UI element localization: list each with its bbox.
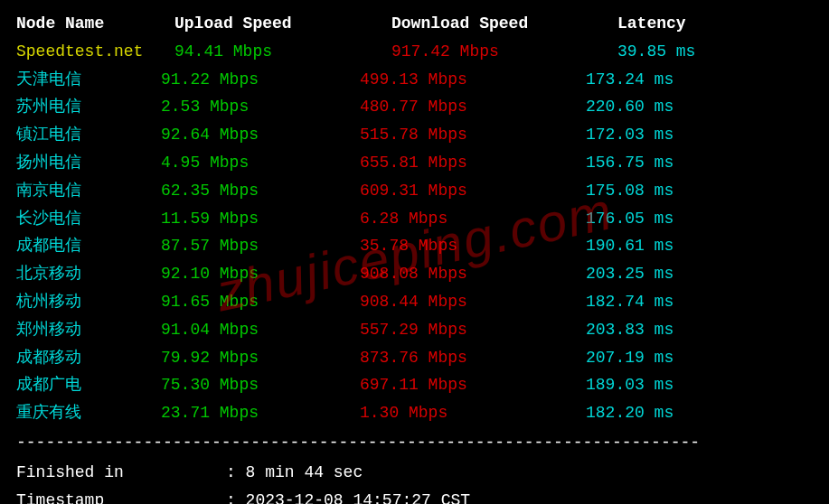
footer-finished-value: : 8 min 44 sec: [226, 460, 813, 486]
table-row: 杭州移动91.65 Mbps908.44 Mbps182.74 ms: [16, 289, 813, 315]
download-speed: 499.13 Mbps: [360, 67, 586, 93]
download-speed: 515.78 Mbps: [360, 122, 586, 148]
node-name: 扬州电信: [16, 150, 161, 176]
latency-value: 176.05 ms: [586, 206, 813, 232]
latency-value: 203.83 ms: [586, 317, 813, 343]
header-download: Download Speed: [391, 11, 617, 37]
latency-value: 207.19 ms: [586, 345, 813, 371]
table-row: 北京移动92.10 Mbps908.08 Mbps203.25 ms: [16, 261, 813, 287]
footer-finished-label: Finished in: [16, 460, 226, 486]
footer-timestamp-value: : 2023-12-08 14:57:27 CST: [226, 488, 813, 504]
upload-speed: 87.57 Mbps: [161, 233, 360, 259]
download-speed: 908.44 Mbps: [360, 289, 586, 315]
table-row: 南京电信62.35 Mbps609.31 Mbps175.08 ms: [16, 178, 813, 204]
footer-timestamp: Timestamp : 2023-12-08 14:57:27 CST: [16, 488, 813, 504]
latency-value: 172.03 ms: [586, 122, 813, 148]
upload-speed: 91.65 Mbps: [161, 289, 360, 315]
speedtest-row: Speedtest.net 94.41 Mbps 917.42 Mbps 39.…: [16, 39, 813, 65]
speedtest-latency: 39.85 ms: [617, 39, 813, 65]
table-row: 郑州移动91.04 Mbps557.29 Mbps203.83 ms: [16, 317, 813, 343]
upload-speed: 91.04 Mbps: [161, 317, 360, 343]
upload-speed: 11.59 Mbps: [161, 206, 360, 232]
table-row: 天津电信91.22 Mbps499.13 Mbps173.24 ms: [16, 67, 813, 93]
header-latency: Latency: [617, 11, 813, 37]
node-name: 北京移动: [16, 261, 161, 287]
download-speed: 480.77 Mbps: [360, 94, 586, 120]
download-speed: 873.76 Mbps: [360, 345, 586, 371]
upload-speed: 92.64 Mbps: [161, 122, 360, 148]
table-row: 扬州电信4.95 Mbps655.81 Mbps156.75 ms: [16, 150, 813, 176]
header-upload: Upload Speed: [174, 11, 391, 37]
separator-line-1: ----------------------------------------…: [16, 430, 813, 456]
node-name: 长沙电信: [16, 206, 161, 232]
node-name: 成都广电: [16, 372, 161, 398]
header-node: Node Name: [16, 11, 174, 37]
upload-speed: 62.35 Mbps: [161, 178, 360, 204]
node-name: 成都移动: [16, 345, 161, 371]
upload-speed: 2.53 Mbps: [161, 94, 360, 120]
upload-speed: 23.71 Mbps: [161, 400, 360, 426]
table-row: 苏州电信2.53 Mbps480.77 Mbps220.60 ms: [16, 94, 813, 120]
node-name: 重庆有线: [16, 400, 161, 426]
node-name: 成都电信: [16, 233, 161, 259]
node-name: 镇江电信: [16, 122, 161, 148]
download-speed: 655.81 Mbps: [360, 150, 586, 176]
speedtest-download: 917.42 Mbps: [391, 39, 617, 65]
latency-value: 203.25 ms: [586, 261, 813, 287]
latency-value: 175.08 ms: [586, 178, 813, 204]
download-speed: 35.78 Mbps: [360, 233, 586, 259]
table-row: 长沙电信11.59 Mbps6.28 Mbps176.05 ms: [16, 206, 813, 232]
table-row: 成都电信87.57 Mbps35.78 Mbps190.61 ms: [16, 233, 813, 259]
upload-speed: 75.30 Mbps: [161, 372, 360, 398]
latency-value: 189.03 ms: [586, 372, 813, 398]
download-speed: 6.28 Mbps: [360, 206, 586, 232]
footer-timestamp-label: Timestamp: [16, 488, 226, 504]
node-name: 郑州移动: [16, 317, 161, 343]
download-speed: 609.31 Mbps: [360, 178, 586, 204]
download-speed: 697.11 Mbps: [360, 372, 586, 398]
upload-speed: 79.92 Mbps: [161, 345, 360, 371]
node-name: 苏州电信: [16, 94, 161, 120]
table-row: 成都移动79.92 Mbps873.76 Mbps207.19 ms: [16, 345, 813, 371]
latency-value: 173.24 ms: [586, 67, 813, 93]
upload-speed: 92.10 Mbps: [161, 261, 360, 287]
latency-value: 156.75 ms: [586, 150, 813, 176]
latency-value: 182.74 ms: [586, 289, 813, 315]
footer-finished: Finished in : 8 min 44 sec: [16, 460, 813, 486]
node-name: 南京电信: [16, 178, 161, 204]
node-name: 天津电信: [16, 67, 161, 93]
speedtest-node: Speedtest.net: [16, 39, 174, 65]
latency-value: 182.20 ms: [586, 400, 813, 426]
speedtest-upload: 94.41 Mbps: [174, 39, 391, 65]
download-speed: 1.30 Mbps: [360, 400, 586, 426]
upload-speed: 4.95 Mbps: [161, 150, 360, 176]
table-row: 重庆有线23.71 Mbps1.30 Mbps182.20 ms: [16, 400, 813, 426]
table-row: 成都广电75.30 Mbps697.11 Mbps189.03 ms: [16, 372, 813, 398]
upload-speed: 91.22 Mbps: [161, 67, 360, 93]
node-name: 杭州移动: [16, 289, 161, 315]
data-rows-container: 天津电信91.22 Mbps499.13 Mbps173.24 ms苏州电信2.…: [16, 67, 813, 426]
table-row: 镇江电信92.64 Mbps515.78 Mbps172.03 ms: [16, 122, 813, 148]
latency-value: 190.61 ms: [586, 233, 813, 259]
table-header: Node Name Upload Speed Download Speed La…: [16, 11, 813, 37]
latency-value: 220.60 ms: [586, 94, 813, 120]
download-speed: 557.29 Mbps: [360, 317, 586, 343]
download-speed: 908.08 Mbps: [360, 261, 586, 287]
